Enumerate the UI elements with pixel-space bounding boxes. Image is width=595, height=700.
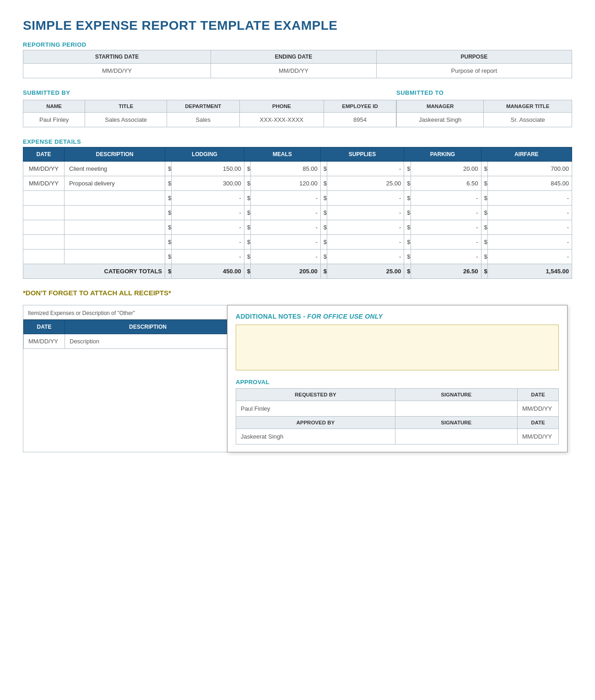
row-lodging-dollar: $ <box>165 191 172 206</box>
manager-title-value: Sr. Associate <box>484 113 572 127</box>
col-lodging: LODGING <box>165 147 244 162</box>
submitted-to-table: MANAGER MANAGER TITLE Jaskeerat Singh Sr… <box>396 100 572 127</box>
row-parking: 6.50 <box>411 176 481 191</box>
row-meals-dollar: $ <box>244 220 250 235</box>
row-parking-dollar: $ <box>404 220 411 235</box>
row-lodging: - <box>172 250 244 264</box>
totals-meals: 205.00 <box>251 264 321 279</box>
col-name: NAME <box>23 100 85 113</box>
col-itemized-date: DATE <box>24 320 65 334</box>
itemized-desc-value: Description <box>65 334 231 349</box>
row-supplies-dollar: $ <box>320 206 327 220</box>
row-supplies: - <box>327 162 404 176</box>
totals-supplies-dollar: $ <box>320 264 327 279</box>
approved-by-row: Jaskeerat Singh MM/DD/YY <box>236 429 559 445</box>
totals-airfare: 1,545.00 <box>487 264 572 279</box>
row-parking-dollar: $ <box>404 206 411 220</box>
row-airfare-dollar: $ <box>481 250 487 264</box>
col-parking: PARKING <box>404 147 481 162</box>
requested-by-value: Paul Finley <box>236 401 395 417</box>
row-meals: 120.00 <box>251 176 321 191</box>
row-meals-dollar: $ <box>244 206 250 220</box>
row-meals-dollar: $ <box>244 250 250 264</box>
col-signature-2: SIGNATURE <box>395 417 517 429</box>
approval-table: REQUESTED BY SIGNATURE DATE Paul Finley … <box>236 388 559 445</box>
row-parking: - <box>411 250 481 264</box>
submitted-to-label: SUBMITTED TO <box>396 89 572 96</box>
additional-notes-title: ADDITIONAL NOTES - FOR OFFICE USE ONLY <box>236 313 559 320</box>
col-employee-id: EMPLOYEE ID <box>324 100 396 113</box>
row-supplies: 25.00 <box>327 176 404 191</box>
submitted-by-label: SUBMITTED BY <box>23 89 396 96</box>
totals-lodging-dollar: $ <box>165 264 172 279</box>
row-parking-dollar: $ <box>404 250 411 264</box>
col-airfare: AIRFARE <box>481 147 572 162</box>
row-meals: - <box>251 250 321 264</box>
col-supplies: SUPPLIES <box>320 147 404 162</box>
row-meals-dollar: $ <box>244 235 250 250</box>
col-description: DESCRIPTION <box>65 147 165 162</box>
expense-row: $-$-$-$-$- <box>23 235 572 250</box>
row-desc: Client meeting <box>65 162 165 176</box>
col-meals: MEALS <box>244 147 320 162</box>
row-parking-dollar: $ <box>404 176 411 191</box>
totals-label: CATEGORY TOTALS <box>23 264 165 279</box>
col-starting-date: STARTING DATE <box>23 50 211 64</box>
col-manager: MANAGER <box>397 100 484 113</box>
row-meals-dollar: $ <box>244 191 250 206</box>
col-department: DEPARTMENT <box>167 100 240 113</box>
row-supplies-dollar: $ <box>320 220 327 235</box>
row-parking: - <box>411 220 481 235</box>
title-value: Sales Associate <box>85 113 167 127</box>
row-airfare-dollar: $ <box>481 220 487 235</box>
col-signature-1: SIGNATURE <box>395 389 517 401</box>
row-supplies: - <box>327 250 404 264</box>
row-airfare: - <box>487 235 572 250</box>
requested-by-row: Paul Finley MM/DD/YY <box>236 401 559 417</box>
row-airfare-dollar: $ <box>481 235 487 250</box>
row-parking-dollar: $ <box>404 191 411 206</box>
itemized-table: DATE DESCRIPTION MM/DD/YY Description <box>23 320 231 349</box>
itemized-expenses-panel: Itemized Expenses or Description of "Oth… <box>23 305 232 452</box>
col-requested-by: REQUESTED BY <box>236 389 395 401</box>
row-lodging-dollar: $ <box>165 250 172 264</box>
row-supplies-dollar: $ <box>320 235 327 250</box>
row-desc <box>65 235 165 250</box>
row-meals: - <box>251 191 321 206</box>
category-totals-row: CATEGORY TOTALS $ 450.00 $ 205.00 $ 25.0… <box>23 264 572 279</box>
receipts-note: *DON'T FORGET TO ATTACH ALL RECEIPTS* <box>23 289 572 297</box>
requested-signature-value <box>395 401 517 417</box>
row-parking-dollar: $ <box>404 162 411 176</box>
col-ending-date: ENDING DATE <box>211 50 377 64</box>
additional-notes-title-italic: FOR OFFICE USE ONLY <box>307 313 383 320</box>
expense-row: $-$-$-$-$- <box>23 220 572 235</box>
row-airfare-dollar: $ <box>481 162 487 176</box>
row-parking: - <box>411 235 481 250</box>
col-approved-by: APPROVED BY <box>236 417 395 429</box>
row-airfare-dollar: $ <box>481 206 487 220</box>
col-title: TITLE <box>85 100 167 113</box>
row-airfare: - <box>487 250 572 264</box>
row-parking: 20.00 <box>411 162 481 176</box>
employee-id-value: 8954 <box>324 113 396 127</box>
approved-signature-value <box>395 429 517 445</box>
expense-row: MM/DD/YYProposal delivery$300.00$120.00$… <box>23 176 572 191</box>
totals-airfare-dollar: $ <box>481 264 487 279</box>
col-itemized-desc: DESCRIPTION <box>65 320 231 334</box>
notes-box <box>236 325 559 370</box>
approval-label: APPROVAL <box>236 379 559 385</box>
row-date <box>23 250 65 264</box>
row-date <box>23 220 65 235</box>
row-lodging-dollar: $ <box>165 162 172 176</box>
row-lodging: - <box>172 235 244 250</box>
page-title: SIMPLE EXPENSE REPORT TEMPLATE EXAMPLE <box>23 18 572 33</box>
row-supplies: - <box>327 206 404 220</box>
row-lodging: - <box>172 220 244 235</box>
itemized-row: MM/DD/YY Description <box>24 334 231 349</box>
itemized-date-value: MM/DD/YY <box>24 334 65 349</box>
row-airfare: - <box>487 206 572 220</box>
row-meals: - <box>251 206 321 220</box>
reporting-period-row: MM/DD/YY MM/DD/YY Purpose of report <box>23 64 572 78</box>
row-airfare: 700.00 <box>487 162 572 176</box>
row-supplies-dollar: $ <box>320 176 327 191</box>
